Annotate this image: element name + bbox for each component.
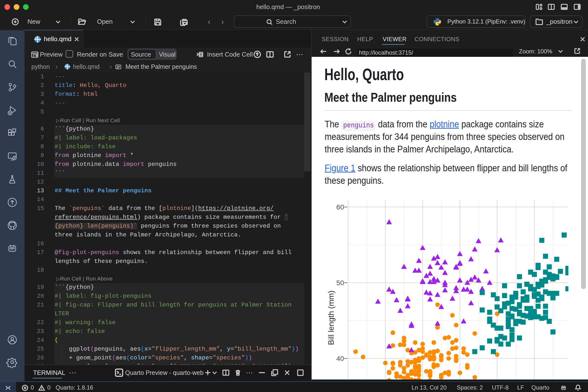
- svg-text:60: 60: [336, 203, 344, 211]
- svg-text:Bill length (mm): Bill length (mm): [326, 290, 336, 345]
- svg-text:50: 50: [336, 279, 344, 287]
- svg-text:40: 40: [336, 355, 344, 362]
